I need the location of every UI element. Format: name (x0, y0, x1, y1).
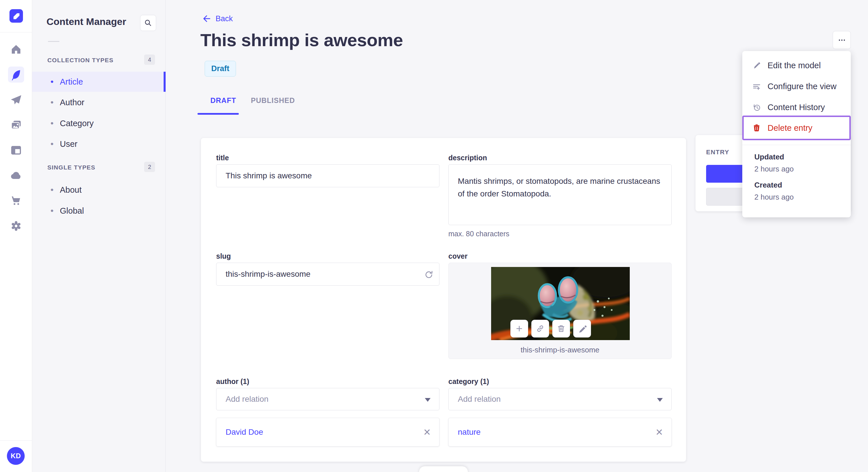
media-library-icon (10, 119, 22, 131)
deploy-cloud-icon (10, 169, 22, 182)
menu-item-delete-entry[interactable]: Delete entry (742, 115, 851, 140)
divider (0, 440, 32, 441)
back-link[interactable]: Back (202, 14, 233, 24)
home-icon (10, 43, 22, 56)
marketplace-icon (10, 194, 22, 207)
trash-icon (556, 324, 566, 334)
category-field-label: category (1) (448, 377, 489, 386)
sidebar-item-marketplace[interactable] (8, 193, 24, 209)
single-types-count-badge: 2 (144, 162, 155, 172)
tab-published[interactable]: PUBLISHED (251, 96, 295, 105)
page-title: This shrimp is awesome (200, 30, 403, 50)
nav-rail: KD (0, 0, 32, 472)
description-field-label: description (448, 154, 487, 162)
sidebar-item-home[interactable] (8, 41, 24, 57)
category-relation-item: nature × (448, 418, 672, 446)
sidebar-item-label: User (60, 139, 78, 149)
sidebar-item-label: About (60, 185, 82, 195)
status-badge: Draft (205, 61, 236, 76)
arrow-left-icon (202, 14, 212, 24)
strapi-logo (9, 9, 23, 23)
search-icon (143, 18, 153, 28)
slug-field-label: slug (216, 252, 231, 260)
sidebar-item-label: Category (60, 119, 94, 128)
bottom-panel-toggle[interactable] (419, 466, 468, 472)
menu-item-configure-view[interactable]: Configure the view (742, 76, 851, 97)
chevron-down-icon (425, 398, 431, 402)
menu-item-label: Configure the view (768, 82, 836, 91)
sidebar-item-settings[interactable] (8, 218, 24, 234)
section-collection-types: COLLECTION TYPES (48, 57, 113, 64)
category-relation-combobox[interactable]: Add relation (448, 388, 672, 410)
plus-icon (515, 324, 524, 334)
sidebar-item-media-library[interactable] (8, 117, 24, 133)
sidebar-item-global[interactable]: • Global (32, 201, 166, 221)
sidebar-item-about[interactable]: • About (32, 180, 166, 200)
combobox-placeholder: Add relation (458, 395, 501, 404)
edit-media-button[interactable] (573, 320, 591, 338)
remove-relation-icon[interactable]: × (656, 426, 663, 438)
user-avatar[interactable]: KD (7, 447, 25, 465)
sidebar-item-label: Global (60, 206, 84, 216)
sidebar-item-author[interactable]: • Author (32, 92, 166, 112)
sidebar-item-label: Author (60, 98, 84, 107)
delete-media-button[interactable] (552, 320, 570, 338)
entry-panel-title: ENTRY (706, 148, 730, 156)
author-relation-item: David Doe × (216, 418, 439, 446)
back-label: Back (216, 14, 233, 23)
tab-draft[interactable]: DRAFT (210, 96, 236, 105)
add-media-button[interactable] (510, 320, 528, 338)
menu-item-edit-model[interactable]: Edit the model (742, 55, 851, 76)
title-input[interactable] (216, 164, 439, 187)
sidebar-item-content-type-builder[interactable] (8, 142, 24, 158)
search-button[interactable] (140, 15, 156, 31)
slug-input[interactable] (216, 263, 439, 285)
created-label: Created (754, 179, 794, 191)
trash-icon (752, 123, 761, 133)
relation-link[interactable]: David Doe (226, 428, 263, 437)
created-value: 2 hours ago (754, 191, 794, 203)
sidebar-item-category[interactable]: • Category (32, 113, 166, 133)
sidebar-item-releases[interactable] (8, 92, 24, 108)
cover-field-label: cover (448, 252, 468, 260)
more-horizontal-icon (837, 35, 847, 45)
cover-action-toolbar (510, 320, 591, 338)
sidebar-item-user[interactable]: • User (32, 134, 166, 154)
sidebar-item-label: Article (60, 77, 83, 87)
updated-value: 2 hours ago (754, 163, 794, 175)
updated-label: Updated (754, 151, 794, 163)
relation-link[interactable]: nature (458, 428, 480, 437)
pencil-icon (752, 61, 761, 70)
edit-form-card: title description Mantis shrimps, or sto… (201, 138, 686, 462)
sidebar-item-article[interactable]: • Article (32, 72, 166, 92)
combobox-placeholder: Add relation (226, 395, 268, 404)
main-content: Back This shrimp is awesome Draft DRAFT … (166, 0, 868, 472)
settings-icon (10, 220, 22, 232)
copy-link-button[interactable] (531, 320, 549, 338)
cover-media-card: this-shrimp-is-awesome (448, 263, 672, 359)
menu-item-label: Content History (768, 103, 825, 112)
sidebar-item-content-manager[interactable] (8, 67, 24, 82)
content-manager-icon (10, 68, 22, 81)
menu-item-content-history[interactable]: Content History (742, 97, 851, 118)
divider (48, 41, 59, 42)
more-options-button[interactable] (833, 31, 851, 49)
entry-options-menu: Edit the model Configure the view Conten… (742, 51, 851, 217)
description-textarea[interactable]: Mantis shrimps, or stomatopods, are mari… (448, 164, 672, 225)
sidebar-item-deploy[interactable] (8, 167, 24, 183)
cover-filename: this-shrimp-is-awesome (448, 345, 671, 355)
description-hint: max. 80 characters (448, 230, 509, 238)
content-type-builder-icon (10, 144, 22, 157)
sidebar-title: Content Manager (46, 16, 126, 27)
history-clock-icon (752, 103, 761, 112)
active-tab-indicator (197, 113, 239, 115)
remove-relation-icon[interactable]: × (423, 426, 431, 438)
author-field-label: author (1) (216, 377, 249, 386)
section-single-types: SINGLE TYPES (48, 164, 95, 171)
title-field-label: title (216, 154, 229, 162)
menu-item-label: Edit the model (768, 61, 820, 70)
regenerate-slug-button[interactable] (423, 268, 435, 281)
divider (742, 145, 851, 145)
author-relation-combobox[interactable]: Add relation (216, 388, 439, 410)
link-icon (535, 324, 545, 334)
